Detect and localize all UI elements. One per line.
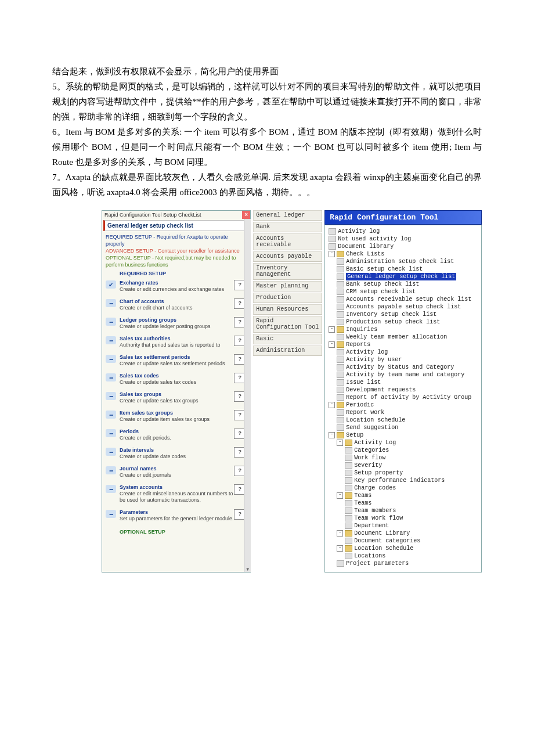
tree-node[interactable]: Administration setup check list [326, 258, 480, 265]
tree-node[interactable]: -Activity Log [326, 439, 480, 447]
scrollbar[interactable] [244, 219, 251, 572]
setup-task[interactable]: ✔Exchange ratesCreate or edit currencies… [102, 278, 250, 296]
tree-node-label: Document library [338, 243, 394, 250]
collapse-icon[interactable]: - [329, 251, 335, 257]
collapse-icon[interactable]: - [329, 432, 335, 438]
tree-node[interactable]: Document categories [326, 537, 480, 545]
tree-node[interactable]: -Teams [326, 492, 480, 499]
tree-node[interactable]: Inventory setup check list [326, 311, 480, 318]
tree-node-label: Basic setup check list [346, 265, 423, 273]
tree-node[interactable]: Accounts payable setup check list [326, 303, 480, 311]
collapse-icon[interactable]: - [337, 530, 343, 537]
module-nav-panel: General ledgerBankAccounts receivableAcc… [253, 210, 322, 573]
tree-node[interactable]: Weekly team member allocation [326, 333, 480, 341]
status-todo-icon: ••• [106, 336, 116, 344]
setup-task[interactable]: •••Sales tax settlement periodsCreate or… [102, 352, 250, 370]
module-nav-item[interactable]: Administration [253, 345, 322, 356]
tree-node[interactable]: Not used activity log [326, 235, 480, 243]
setup-task[interactable]: •••System accountsCreate or edit miscell… [102, 482, 250, 507]
tree-node[interactable]: Team work flow [326, 514, 480, 522]
tree-node[interactable]: Issue list [326, 379, 480, 386]
tree-node[interactable]: Document library [326, 243, 480, 250]
collapse-icon[interactable]: - [329, 341, 335, 348]
tree-node[interactable]: Setup property [326, 469, 480, 477]
tree-node[interactable]: CRM setup check list [326, 288, 480, 296]
document-icon [337, 357, 344, 363]
tree-node-label: Accounts payable setup check list [346, 303, 461, 311]
module-nav-item[interactable]: Human Resources [253, 304, 322, 315]
document-icon [329, 236, 336, 242]
tree-node[interactable]: -Setup [326, 431, 480, 439]
tree-node-label: Issue list [346, 379, 381, 386]
tree-node[interactable]: Report work [326, 409, 480, 416]
module-nav-item[interactable]: General ledger [253, 210, 322, 221]
tree-node[interactable]: Development requests [326, 386, 480, 394]
tree-node[interactable]: Categories [326, 447, 480, 454]
tree-node[interactable]: -Inquiries [326, 326, 480, 333]
close-icon[interactable]: × [242, 211, 250, 219]
module-nav-item[interactable]: Accounts receivable [253, 233, 322, 250]
setup-task[interactable]: •••Ledger posting groupsCreate or update… [102, 315, 250, 333]
setup-task[interactable]: •••Sales tax codesCreate or update sales… [102, 370, 250, 389]
tree-node[interactable]: Teams [326, 499, 480, 507]
tree-node[interactable]: Activity by user [326, 356, 480, 363]
setup-task[interactable]: •••Sales tax groupsCreate or update sale… [102, 389, 250, 408]
tree-node[interactable]: -Periodic [326, 401, 480, 409]
tree-node[interactable]: Work flow [326, 454, 480, 462]
setup-task[interactable]: •••Chart of accountsCreate or edit chart… [102, 296, 250, 315]
tree-node-label: Production setup check list [346, 318, 440, 326]
setup-task[interactable]: •••Journal namesCreate or edit journals? [102, 463, 250, 482]
module-nav-item[interactable]: Basic [253, 334, 322, 344]
tree-node[interactable]: Activity by team name and category [326, 371, 480, 379]
collapse-icon[interactable]: - [337, 440, 343, 446]
document-icon [337, 387, 344, 393]
collapse-icon[interactable]: - [329, 402, 335, 408]
module-nav-item[interactable]: Inventory management [253, 263, 322, 280]
tree-node[interactable]: Location schedule [326, 416, 480, 424]
setup-task[interactable]: •••Date intervalsCreate or update date c… [102, 445, 250, 463]
tree-node[interactable]: Production setup check list [326, 318, 480, 326]
tree-node[interactable]: Severity [326, 462, 480, 469]
tree-node-label: Accounts receivable setup check list [346, 296, 471, 303]
tree-node[interactable]: Key performance indicators [326, 477, 480, 484]
collapse-icon[interactable]: - [329, 326, 335, 333]
tree-node[interactable]: Send suggestion [326, 424, 480, 431]
tree-node[interactable]: Team members [326, 507, 480, 514]
document-icon [345, 462, 352, 469]
module-nav-item[interactable]: Bank [253, 222, 322, 232]
document-icon [329, 228, 336, 235]
document-icon [337, 334, 344, 340]
tree-node[interactable]: -Check Lists [326, 250, 480, 258]
document-icon [337, 311, 344, 318]
module-nav-item[interactable]: Production [253, 293, 322, 303]
tree-node[interactable]: Basic setup check list [326, 265, 480, 273]
collapse-icon[interactable]: - [337, 545, 343, 552]
setup-task[interactable]: •••PeriodsCreate or edit periods.? [102, 426, 250, 445]
module-nav-item[interactable]: Rapid Configuration Tool [253, 316, 322, 333]
tree-node-label: Check Lists [346, 250, 384, 258]
tree-node-label: Activity log [338, 228, 380, 235]
tree-node[interactable]: Locations [326, 552, 480, 560]
tree-node[interactable]: Activity log [326, 348, 480, 356]
tree-node[interactable]: Report of activity by Activity Group [326, 394, 480, 401]
tree-node[interactable]: Charge codes [326, 484, 480, 492]
tree-node[interactable]: Department [326, 522, 480, 530]
setup-task[interactable]: •••Sales tax authoritiesAuthority that p… [102, 333, 250, 352]
tree-node-label: Project parameters [346, 560, 409, 567]
tree-node[interactable]: General ledger setup check list [326, 273, 480, 280]
tree-node[interactable]: Project parameters [326, 560, 480, 567]
tree-node[interactable]: Accounts receivable setup check list [326, 296, 480, 303]
tree-node[interactable]: Activity log [326, 228, 480, 235]
collapse-icon[interactable]: - [337, 492, 343, 499]
document-icon [337, 424, 344, 431]
tree-node[interactable]: Activity by Status and Category [326, 363, 480, 371]
optional-setup-heading: OPTIONAL SETUP [102, 525, 250, 541]
setup-task[interactable]: •••Item sales tax groupsCreate or update… [102, 408, 250, 426]
tree-node[interactable]: -Reports [326, 341, 480, 348]
tree-node[interactable]: -Document Library [326, 530, 480, 537]
module-nav-item[interactable]: Master planning [253, 281, 322, 291]
tree-node[interactable]: -Location Schedule [326, 545, 480, 552]
module-nav-item[interactable]: Accounts payable [253, 251, 322, 262]
tree-node[interactable]: Bank setup check list [326, 280, 480, 288]
setup-task[interactable]: •••ParametersSet up parameters for the g… [102, 507, 250, 525]
